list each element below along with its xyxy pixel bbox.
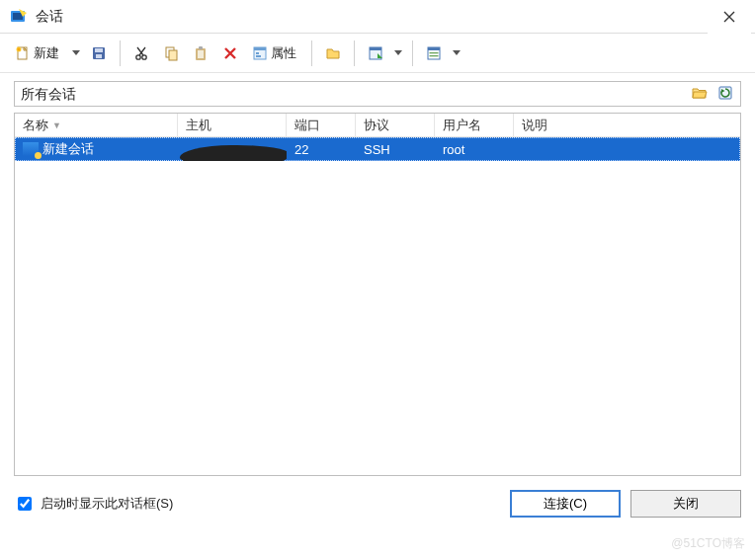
svg-point-11	[142, 54, 146, 58]
svg-rect-16	[199, 46, 203, 49]
watermark: @51CTO博客	[671, 535, 745, 552]
svg-rect-9	[96, 54, 102, 58]
view-button-dropdown[interactable]	[451, 40, 462, 66]
path-bar: 所有会话	[14, 81, 741, 107]
column-description[interactable]: 说明	[514, 114, 642, 136]
show-on-startup-checkbox[interactable]: 启动时显示此对话框(S)	[14, 494, 500, 514]
svg-rect-22	[370, 47, 381, 50]
refresh-button[interactable]	[714, 83, 736, 105]
svg-marker-6	[72, 50, 80, 55]
column-name[interactable]: 名称▼	[15, 114, 178, 136]
show-on-startup-input[interactable]	[18, 497, 32, 511]
window-title: 会话	[36, 8, 708, 26]
session-icon	[23, 142, 39, 156]
separator	[120, 40, 121, 66]
session-user: root	[435, 137, 514, 161]
new-button-label: 新建	[31, 44, 61, 62]
separator	[311, 40, 312, 66]
scissors-icon	[133, 45, 149, 61]
copy-icon	[163, 45, 179, 61]
folder-button[interactable]	[320, 40, 346, 66]
save-button[interactable]	[86, 40, 112, 66]
view-button[interactable]	[421, 40, 447, 66]
list-header: 名称▼ 主机 端口 协议 用户名 说明	[15, 114, 740, 137]
refresh-icon	[717, 85, 733, 104]
new-button[interactable]: 新建	[10, 40, 66, 66]
separator	[412, 40, 413, 66]
copy-button[interactable]	[158, 40, 184, 66]
cut-button[interactable]	[128, 40, 154, 66]
new-dropdown[interactable]	[70, 40, 82, 66]
tool-button-a[interactable]	[363, 40, 388, 66]
svg-marker-29	[453, 50, 461, 55]
show-on-startup-label: 启动时显示此对话框(S)	[41, 495, 173, 513]
paste-button[interactable]	[188, 40, 213, 66]
svg-rect-13	[169, 50, 177, 60]
session-port: 22	[287, 137, 356, 161]
path-input[interactable]: 所有会话	[15, 82, 689, 106]
svg-rect-26	[428, 47, 440, 50]
sort-indicator-icon: ▼	[52, 120, 61, 130]
session-protocol: SSH	[356, 137, 435, 161]
list-body[interactable]: 新建会话 22 SSH root	[15, 137, 740, 475]
title-bar: 会话	[0, 0, 755, 34]
close-button[interactable]: 关闭	[630, 490, 741, 518]
connect-button[interactable]: 连接(C)	[510, 490, 621, 518]
tool-button-a-dropdown[interactable]	[392, 40, 404, 66]
folder-open-icon	[692, 86, 708, 103]
svg-marker-24	[394, 50, 402, 55]
column-port[interactable]: 端口	[287, 114, 356, 136]
properties-button[interactable]: 属性	[247, 40, 303, 66]
delete-icon	[222, 45, 238, 61]
session-description	[514, 137, 642, 161]
window-tool-icon	[368, 45, 383, 61]
session-row[interactable]: 新建会话 22 SSH root	[15, 137, 740, 161]
column-user[interactable]: 用户名	[435, 114, 514, 136]
svg-rect-15	[198, 50, 204, 58]
properties-button-label: 属性	[268, 44, 298, 62]
footer: 启动时显示此对话框(S) 连接(C) 关闭	[0, 484, 755, 518]
save-icon	[91, 45, 107, 61]
separator	[354, 40, 355, 66]
svg-rect-1	[13, 13, 23, 20]
browse-button[interactable]	[689, 83, 711, 105]
delete-button[interactable]	[217, 40, 243, 66]
svg-rect-28	[430, 55, 439, 56]
svg-rect-18	[254, 47, 266, 50]
new-file-icon	[15, 45, 31, 61]
window-close-button[interactable]	[708, 0, 751, 34]
column-protocol[interactable]: 协议	[356, 114, 435, 136]
svg-rect-27	[430, 52, 439, 53]
paste-icon	[193, 45, 209, 61]
properties-icon	[252, 45, 268, 61]
svg-rect-8	[95, 48, 103, 52]
svg-rect-20	[256, 55, 261, 57]
session-name: 新建会话	[42, 140, 94, 158]
toolbar: 新建 属性	[0, 34, 755, 73]
list-view-icon	[426, 45, 442, 61]
column-host[interactable]: 主机	[178, 114, 287, 136]
session-list: 名称▼ 主机 端口 协议 用户名 说明 新建会话 22 SSH root	[14, 113, 741, 476]
app-icon	[10, 8, 28, 26]
svg-point-10	[136, 54, 140, 58]
folder-icon	[325, 45, 341, 61]
svg-rect-19	[256, 52, 259, 54]
